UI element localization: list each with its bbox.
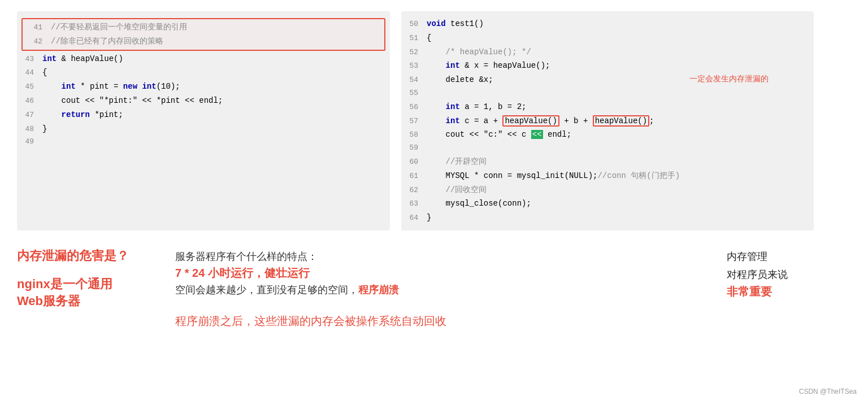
space-warning: 空间会越来越少，直到没有足够的空间，程序崩溃 xyxy=(175,281,727,299)
line-num: 51 xyxy=(401,33,427,45)
code-line-47: 47 return *pint; xyxy=(17,108,390,122)
annotation-text: 一定会发生内存泄漏的 xyxy=(689,72,769,85)
code-line-53: 53 int & x = heapValue(); xyxy=(401,59,814,73)
code-line-41: 41 //不要轻易返回一个堆空间变量的引用 xyxy=(25,20,381,34)
memory-leak-question: 内存泄漏的危害是？ xyxy=(17,247,175,264)
code-line-63: 63 mysql_close(conn); xyxy=(401,197,814,211)
line-num: 43 xyxy=(17,54,42,66)
left-code-panel: 41 //不要轻易返回一个堆空间变量的引用 42 //除非已经有了内存回收的策略… xyxy=(17,11,390,231)
main-container: 41 //不要轻易返回一个堆空间变量的引用 42 //除非已经有了内存回收的策略… xyxy=(0,0,868,400)
line-num: 44 xyxy=(17,67,42,79)
line-content: mysql_close(conn); xyxy=(427,197,808,210)
code-line-48: 48 } xyxy=(17,122,390,136)
line-content: int & heapValue() xyxy=(42,53,384,65)
line-content: { xyxy=(42,66,384,79)
memory-mgmt-line2: 对程序员来说 xyxy=(727,266,851,284)
line-num: 54 xyxy=(401,75,427,86)
crash-note: 程序崩溃之后，这些泄漏的内存会被操作系统自动回收 xyxy=(175,314,727,329)
bottom-left-col: 内存泄漏的危害是？ nginx是一个通用Web服务器 xyxy=(17,247,175,310)
line-content: int c = a + heapValue() + b + heapValue(… xyxy=(427,115,808,127)
line-content: int * pint = new int(10); xyxy=(42,80,384,93)
top-section: 41 //不要轻易返回一个堆空间变量的引用 42 //除非已经有了内存回收的策略… xyxy=(0,0,868,236)
line-content: cout << "*pint:" << *pint << endl; xyxy=(42,94,384,107)
line-content: //开辟空间 xyxy=(427,155,808,168)
line-num: 62 xyxy=(401,185,427,197)
line-content: void test1() xyxy=(427,18,808,30)
line-num: 52 xyxy=(401,47,427,59)
code-line-43: 43 int & heapValue() xyxy=(17,52,390,66)
line-content: { xyxy=(427,32,808,44)
code-line-50: 50 void test1() xyxy=(401,17,814,31)
code-line-52: 52 /* heapValue(); */ xyxy=(401,45,814,59)
memory-mgmt-line3: 非常重要 xyxy=(727,284,851,299)
line-num: 63 xyxy=(401,198,427,210)
line-num: 50 xyxy=(401,19,427,31)
line-num: 57 xyxy=(401,116,427,128)
code-line-51: 51 { xyxy=(401,31,814,45)
line-num: 49 xyxy=(17,136,42,148)
server-hours: 7 * 24 小时运行，健壮运行 xyxy=(175,266,727,281)
line-num: 46 xyxy=(17,95,42,107)
code-line-57: 57 int c = a + heapValue() + b + heapVal… xyxy=(401,114,814,128)
line-content: int a = 1, b = 2; xyxy=(427,101,808,113)
line-num: 48 xyxy=(17,124,42,136)
line-num: 61 xyxy=(401,171,427,182)
line-content: MYSQL * conn = mysql_init(NULL);//conn 句… xyxy=(427,169,808,182)
line-num: 41 xyxy=(25,22,51,34)
code-line-64: 64 } xyxy=(401,211,814,225)
line-num: 55 xyxy=(401,88,427,99)
line-num: 58 xyxy=(401,129,427,141)
code-line-42: 42 //除非已经有了内存回收的策略 xyxy=(25,34,381,49)
line-content: } xyxy=(42,123,384,135)
right-code-panel: 一定会发生内存泄漏的 50 void test1() 51 { 52 /* he… xyxy=(401,11,814,231)
line-num: 56 xyxy=(401,102,427,114)
code-line-60: 60 //开辟空间 xyxy=(401,155,814,169)
line-content: cout << "c:" << c << endl; xyxy=(427,128,808,141)
line-content: //回收空间 xyxy=(427,184,808,196)
nginx-text: nginx是一个通用Web服务器 xyxy=(17,276,175,310)
code-line-55: 55 xyxy=(401,87,814,100)
code-line-59: 59 xyxy=(401,142,814,155)
bottom-section: 内存泄漏的危害是？ nginx是一个通用Web服务器 服务器程序有个什么样的特点… xyxy=(0,236,868,400)
code-line-61: 61 MYSQL * conn = mysql_init(NULL);//con… xyxy=(401,169,814,183)
code-line-58: 58 cout << "c:" << c << endl; xyxy=(401,128,814,142)
code-line-45: 45 int * pint = new int(10); xyxy=(17,80,390,94)
line-num: 60 xyxy=(401,156,427,168)
code-line-56: 56 int a = 1, b = 2; xyxy=(401,100,814,114)
line-content: int & x = heapValue(); xyxy=(427,59,808,72)
line-content: /* heapValue(); */ xyxy=(427,46,808,58)
line-num: 42 xyxy=(25,36,51,48)
watermark: CSDN @TheITSea xyxy=(799,388,857,395)
memory-mgmt-line1: 内存管理 xyxy=(727,247,851,266)
line-content: //除非已经有了内存回收的策略 xyxy=(51,35,376,47)
code-line-46: 46 cout << "*pint:" << *pint << endl; xyxy=(17,94,390,108)
line-content: } xyxy=(427,211,808,224)
line-content: return *pint; xyxy=(42,108,384,121)
code-line-44: 44 { xyxy=(17,66,390,80)
code-line-62: 62 //回收空间 xyxy=(401,183,814,197)
line-num: 64 xyxy=(401,212,427,224)
bottom-mid-col: 服务器程序有个什么样的特点： 7 * 24 小时运行，健壮运行 空间会越来越少，… xyxy=(175,247,727,329)
line-num: 53 xyxy=(401,60,427,72)
line-num: 45 xyxy=(17,81,42,93)
server-intro: 服务器程序有个什么样的特点： xyxy=(175,247,727,266)
bottom-right-col: 内存管理 对程序员来说 非常重要 xyxy=(727,247,851,299)
line-num: 47 xyxy=(17,110,42,121)
line-content: //不要轻易返回一个堆空间变量的引用 xyxy=(51,21,376,33)
code-line-49: 49 xyxy=(17,136,390,149)
line-num: 59 xyxy=(401,142,427,154)
